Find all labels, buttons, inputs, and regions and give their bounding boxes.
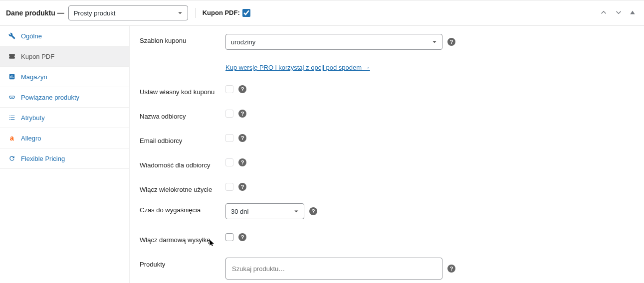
expiration-select[interactable]: 30 dni [225, 203, 304, 219]
recipient-message-checkbox [225, 158, 233, 166]
tab-kupon-pdf[interactable]: Kupon PDF [0, 46, 129, 67]
toggle-panel-button[interactable] [627, 6, 638, 20]
move-down-button[interactable] [612, 6, 625, 20]
recipient-email-label: Email odbiorcy [140, 134, 218, 144]
panel-title: Dane produktu — [6, 9, 64, 17]
help-icon[interactable]: ? [238, 233, 246, 241]
custom-code-label: Ustaw własny kod kuponu [140, 85, 218, 96]
help-icon[interactable]: ? [238, 85, 246, 93]
expiration-label: Czas do wygaśnięcia [140, 203, 218, 214]
tab-general[interactable]: Ogólne [0, 26, 129, 46]
multiple-use-label: Włącz wielokrotne użycie [140, 183, 218, 193]
tab-inventory[interactable]: Magazyn [0, 67, 129, 87]
tab-flexible-pricing[interactable]: Flexible Pricing [0, 148, 129, 169]
product-data-tabs: Ogólne Kupon PDF Magazyn Powiązane produ… [0, 26, 130, 283]
help-icon[interactable]: ? [447, 38, 455, 46]
panel-header: Dane produktu — Prosty produkt Kupon PDF… [0, 0, 644, 26]
tab-allegro-label: Allegro [21, 135, 41, 142]
recipient-name-label: Nazwa odbiorcy [140, 110, 218, 120]
free-shipping-checkbox[interactable] [225, 233, 233, 241]
link-icon [8, 93, 16, 101]
tab-content: Szablon kuponu urodziny ? Kup wersję PRO… [130, 26, 644, 283]
products-label: Produkty [140, 258, 218, 268]
tab-allegro[interactable]: a Allegro [0, 128, 129, 148]
template-select[interactable]: urodziny [225, 34, 442, 50]
wrench-icon [8, 32, 16, 40]
recipient-email-checkbox [225, 134, 233, 142]
kupon-pdf-label-text: Kupon PDF: [203, 9, 240, 16]
buy-pro-link[interactable]: Kup wersję PRO i korzystaj z opcji pod s… [225, 64, 370, 71]
allegro-icon: a [8, 134, 16, 142]
custom-code-checkbox [225, 85, 233, 93]
help-icon[interactable]: ? [238, 158, 246, 166]
products-search-input[interactable] [225, 258, 442, 280]
tab-linked-products[interactable]: Powiązane produkty [0, 87, 129, 108]
ticket-icon [8, 52, 16, 60]
tab-attributes[interactable]: Atrybuty [0, 108, 129, 128]
multiple-use-checkbox [225, 183, 233, 191]
move-up-button[interactable] [597, 6, 610, 20]
tab-attributes-label: Atrybuty [21, 114, 45, 122]
tab-linked-label: Powiązane produkty [21, 94, 79, 101]
tab-inventory-label: Magazyn [21, 73, 47, 81]
help-icon[interactable]: ? [238, 134, 246, 142]
tab-flexible-pricing-label: Flexible Pricing [21, 155, 65, 162]
kupon-pdf-checkbox[interactable] [242, 9, 250, 17]
inventory-icon [8, 73, 16, 81]
recipient-name-checkbox [225, 110, 233, 118]
tab-kupon-pdf-label: Kupon PDF [21, 53, 54, 60]
template-label: Szablon kuponu [140, 34, 218, 44]
kupon-pdf-toggle-label[interactable]: Kupon PDF: [203, 9, 251, 17]
help-icon[interactable]: ? [238, 110, 246, 118]
title-dash: — [55, 9, 64, 17]
tab-general-label: Ogólne [21, 32, 42, 40]
recipient-message-label: Wiadomość dla odbiorcy [140, 158, 218, 169]
free-shipping-label: Włącz darmową wysyłkę [140, 233, 218, 244]
help-icon[interactable]: ? [238, 183, 246, 191]
panel-title-text: Dane produktu [6, 9, 55, 17]
product-type-select[interactable]: Prosty produkt [68, 5, 188, 20]
help-icon[interactable]: ? [447, 265, 455, 273]
list-icon [8, 114, 16, 122]
help-icon[interactable]: ? [309, 207, 317, 215]
refresh-icon [8, 154, 16, 162]
divider [195, 8, 196, 18]
